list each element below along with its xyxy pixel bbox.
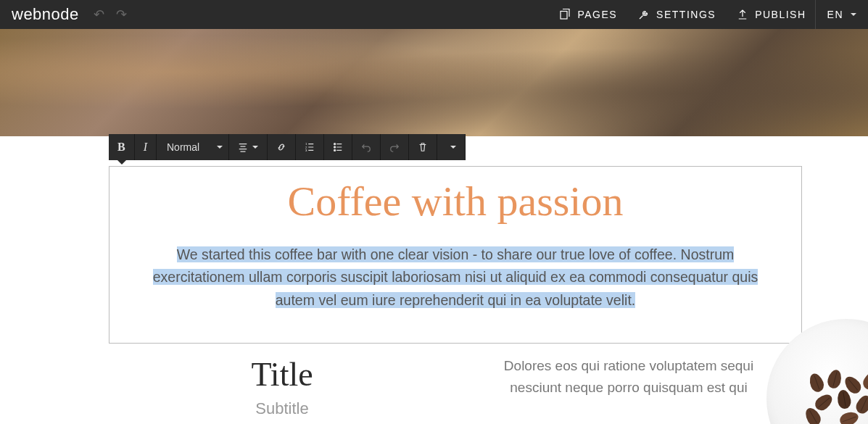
chevron-down-icon: [851, 13, 856, 16]
undo-icon: [361, 142, 371, 152]
settings-button[interactable]: SETTINGS: [637, 8, 716, 21]
bold-icon: B: [117, 141, 125, 154]
ul-icon: [333, 142, 343, 152]
publish-button[interactable]: PUBLISH: [736, 8, 806, 21]
language-select[interactable]: EN: [816, 9, 856, 20]
unordered-list-button[interactable]: [324, 134, 352, 160]
right-column[interactable]: Dolores eos qui ratione voluptatem sequi…: [455, 348, 802, 424]
hero-image: [0, 29, 868, 136]
column-text: Dolores eos qui ratione voluptatem sequi…: [477, 355, 780, 399]
italic-button[interactable]: I: [135, 134, 157, 160]
trash-icon: [418, 142, 428, 152]
ordered-list-button[interactable]: 123: [296, 134, 324, 160]
redo-button[interactable]: ↷: [116, 7, 127, 22]
redo-editor-button[interactable]: [381, 134, 409, 160]
chevron-down-icon: [252, 146, 258, 149]
bold-button[interactable]: B: [109, 134, 135, 160]
svg-point-4: [334, 144, 336, 145]
format-select[interactable]: Normal: [157, 134, 229, 160]
link-icon: [276, 142, 286, 152]
pages-label: PAGES: [577, 9, 617, 20]
italic-icon: I: [144, 141, 147, 154]
chevron-down-icon: [217, 146, 223, 149]
wrench-icon: [637, 8, 650, 21]
coffee-beans-plate: [766, 319, 868, 424]
more-button[interactable]: [437, 134, 466, 160]
align-button[interactable]: [229, 134, 268, 160]
format-label: Normal: [167, 141, 199, 153]
settings-label: SETTINGS: [656, 9, 716, 20]
columns-row: Title Subtitle Dolores eos qui ratione v…: [109, 348, 802, 424]
undo-button[interactable]: ↶: [94, 7, 104, 22]
svg-point-5: [334, 146, 336, 148]
svg-point-6: [334, 149, 336, 151]
link-button[interactable]: [268, 134, 296, 160]
column-title: Title: [131, 355, 434, 394]
left-column[interactable]: Title Subtitle: [109, 348, 455, 424]
upload-icon: [736, 8, 749, 21]
editor-frame[interactable]: Coffee with passion We started this coff…: [109, 166, 802, 344]
content-heading[interactable]: Coffee with passion: [131, 178, 780, 225]
content-body[interactable]: We started this coffee bar with one clea…: [131, 244, 780, 312]
selected-text: We started this coffee bar with one clea…: [153, 246, 759, 308]
delete-button[interactable]: [409, 134, 437, 160]
pages-button[interactable]: PAGES: [558, 8, 617, 21]
svg-rect-0: [561, 12, 567, 20]
chevron-down-icon: [450, 146, 456, 149]
editor-toolbar: B I Normal 123: [109, 134, 466, 160]
ol-icon: 123: [305, 142, 315, 152]
publish-label: PUBLISH: [755, 9, 806, 20]
redo-icon: [389, 142, 400, 152]
language-label: EN: [827, 9, 843, 20]
svg-text:3: 3: [305, 149, 307, 152]
pages-icon: [558, 8, 571, 21]
logo: webnode: [12, 5, 79, 24]
top-bar: webnode ↶ ↷ PAGES SETTINGS PUBLISH EN: [0, 0, 868, 29]
undo-editor-button[interactable]: [352, 134, 381, 160]
column-subtitle: Subtitle: [131, 399, 434, 418]
align-center-icon: [238, 142, 248, 152]
